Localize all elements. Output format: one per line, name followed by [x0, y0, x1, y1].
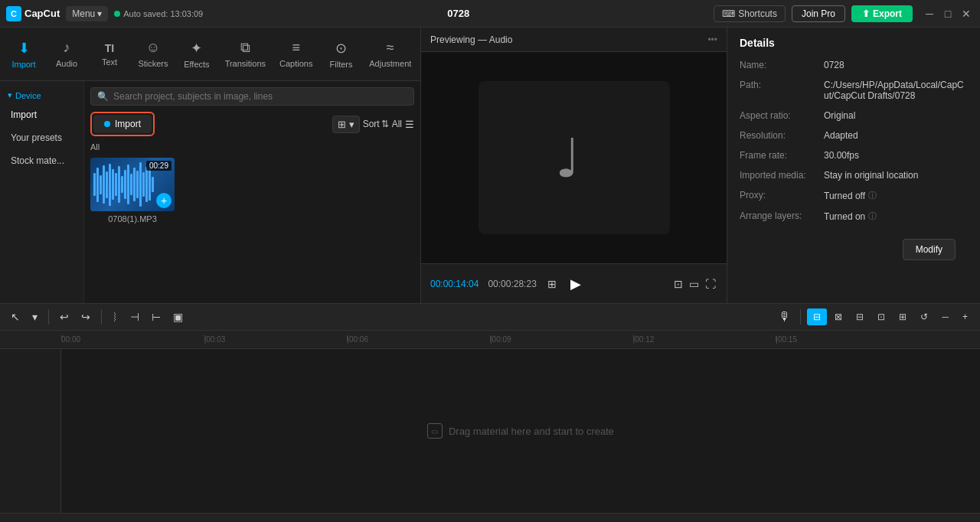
- detail-value-proxy: Turned off ⓘ: [824, 190, 968, 201]
- detail-row-resolution: Resolution: Adapted: [727, 126, 980, 145]
- minimize-button[interactable]: ─: [922, 6, 937, 21]
- maximize-button[interactable]: □: [940, 6, 956, 21]
- details-title: Details: [727, 28, 980, 55]
- fullscreen-button[interactable]: ⛶: [704, 276, 717, 292]
- detail-row-imported: Imported media: Stay in original locatio…: [727, 165, 980, 185]
- drag-hint: ▭ Drag material here and start to create: [427, 423, 614, 439]
- import-button[interactable]: Import: [93, 115, 152, 133]
- tab-stickers[interactable]: ☺ Stickers: [132, 35, 175, 73]
- toolbar: ↖ ▾ ↩ ↪ ⧘ ⊣ ⊢ ▣ 🎙 ⊟ ⊠ ⊟ ⊡ ⊞ ↺ ─ +: [0, 303, 980, 331]
- sidebar-item-import[interactable]: Import: [3, 104, 80, 126]
- drag-icon: ▭: [427, 423, 443, 439]
- link-tool[interactable]: ⊟: [850, 308, 870, 325]
- video-placeholder: ♩: [479, 81, 670, 234]
- close-button[interactable]: ✕: [959, 6, 974, 21]
- detail-row-framerate: Frame rate: 30.00fps: [727, 145, 980, 165]
- detail-row-path: Path: C:/Users/HP/AppData/Local/CapCut/C…: [727, 75, 980, 106]
- add-media-button[interactable]: +: [156, 193, 172, 208]
- tab-text[interactable]: TI Text: [89, 38, 130, 71]
- duration-badge: 00:29: [146, 161, 172, 171]
- undo-button[interactable]: ↩: [55, 308, 74, 326]
- all-filter-button[interactable]: All: [392, 119, 402, 129]
- minus-tool[interactable]: ─: [936, 308, 955, 325]
- filter-options-button[interactable]: ☰: [405, 119, 414, 130]
- export-icon: ⬆: [862, 8, 870, 19]
- current-time: 00:00:14:04: [430, 279, 479, 289]
- undo-right-tool[interactable]: ↺: [914, 308, 934, 325]
- transitions-icon: ⧉: [240, 40, 250, 56]
- list-item: 00:29 + 0708(1).MP3 ➘: [90, 158, 175, 300]
- search-input[interactable]: [113, 91, 407, 102]
- details-panel: Details Name: 0728 Path: C:/Users/HP/App…: [727, 28, 980, 303]
- grid-view-button[interactable]: ⊞: [546, 276, 558, 292]
- left-panel: ⬇ Import ♪ Audio TI Text ☺ Stickers ✦ Ef…: [0, 28, 421, 303]
- detail-value-imported: Stay in original location: [824, 170, 968, 181]
- tab-audio[interactable]: ♪ Audio: [46, 35, 87, 73]
- grid-view-toggle[interactable]: ⊞ ▾: [332, 116, 360, 133]
- detail-label-arrange: Arrange layers:: [740, 210, 824, 222]
- ripple-tool[interactable]: ⊠: [828, 308, 848, 325]
- export-button[interactable]: ⬆ Export: [851, 5, 913, 22]
- tab-captions[interactable]: ≡ Captions: [273, 35, 319, 73]
- magnet-tool[interactable]: ⊟: [807, 308, 827, 325]
- toolbar-separator-3: [800, 309, 801, 325]
- tab-adjustment[interactable]: ≈ Adjustment: [364, 35, 417, 73]
- detail-value-name: 0728: [824, 60, 968, 70]
- redo-button[interactable]: ↪: [77, 308, 95, 326]
- shortcuts-button[interactable]: ⌨ Shortcuts: [714, 5, 786, 22]
- play-button[interactable]: ▶: [567, 272, 584, 295]
- media-grid: 00:29 + 0708(1).MP3 ➘: [84, 155, 420, 303]
- content-area: 🔍 Import ⊞ ▾ Sort ⇅: [84, 81, 420, 303]
- modify-button[interactable]: Modify: [903, 239, 956, 260]
- preview-panel: Previewing — Audio ••• ♩ 00:00:14:04 00:…: [421, 28, 727, 303]
- record-button[interactable]: 🎙: [776, 307, 794, 327]
- crop-button[interactable]: ▭: [688, 276, 701, 292]
- search-bar: 🔍: [90, 87, 414, 106]
- detail-value-framerate: 30.00fps: [824, 150, 968, 161]
- arrange-info-icon[interactable]: ⓘ: [868, 210, 877, 222]
- select-tool[interactable]: ↖: [6, 308, 24, 326]
- auto-saved-dot: [114, 11, 120, 17]
- detail-value-aspect: Original: [824, 110, 968, 121]
- crop-tool[interactable]: ⊡: [871, 308, 891, 325]
- timeline-scrollbar[interactable]: [0, 513, 980, 522]
- proxy-info-icon[interactable]: ⓘ: [868, 190, 877, 201]
- delete-after-button[interactable]: ⊢: [147, 308, 165, 326]
- screenshot-button[interactable]: ⊡: [672, 276, 684, 292]
- sort-button[interactable]: Sort ⇅: [363, 119, 389, 129]
- logo: C CapCut: [6, 6, 60, 21]
- keyboard-icon: ⌨: [722, 8, 735, 19]
- preview-controls: 00:00:14:04 00:00:28:23 ⊞ ▶ ⊡ ▭ ⛶: [421, 263, 727, 303]
- sidebar-item-stock[interactable]: Stock mate...: [3, 150, 80, 171]
- split-button[interactable]: ⧘: [108, 308, 122, 326]
- detail-label-framerate: Frame rate:: [740, 150, 824, 161]
- sidebar-item-presets[interactable]: Your presets: [3, 127, 80, 148]
- menu-button[interactable]: Menu ▾: [66, 6, 108, 21]
- tab-effects[interactable]: ✦ Effects: [176, 35, 217, 73]
- preview-header: Previewing — Audio •••: [421, 28, 727, 52]
- sidebar-section-device: ▾ Device: [0, 87, 83, 103]
- tab-import[interactable]: ⬇ Import: [3, 35, 44, 73]
- detail-value-path: C:/Users/HP/AppData/Local/CapCut/CapCut …: [824, 80, 968, 101]
- capcut-logo-icon: C: [6, 6, 21, 21]
- tab-filters[interactable]: ⊙ Filters: [321, 35, 362, 73]
- plus-tool[interactable]: +: [956, 308, 974, 325]
- preview-menu-button[interactable]: •••: [707, 34, 717, 45]
- text-icon: TI: [105, 42, 114, 54]
- logo-text: CapCut: [24, 8, 60, 19]
- select-all-button[interactable]: ▣: [168, 308, 188, 326]
- delete-before-button[interactable]: ⊣: [126, 308, 144, 326]
- ruler-mark: |00:15: [776, 335, 919, 344]
- timeline-area: 00:00 |00:03 |00:06 |00:09 |00:12 |00:15…: [0, 331, 980, 522]
- filters-icon: ⊙: [335, 40, 347, 57]
- timeline-content: ▭ Drag material here and start to create: [0, 349, 980, 513]
- join-pro-button[interactable]: Join Pro: [792, 5, 845, 22]
- select-dropdown[interactable]: ▾: [28, 308, 42, 326]
- zoom-tool[interactable]: ⊞: [893, 308, 913, 325]
- all-label: All: [84, 142, 420, 155]
- timeline-tracks[interactable]: ▭ Drag material here and start to create: [61, 349, 980, 513]
- detail-row-proxy: Proxy: Turned off ⓘ: [727, 185, 980, 206]
- detail-label-path: Path:: [740, 80, 824, 101]
- tab-transitions[interactable]: ⧉ Transitions: [219, 35, 272, 73]
- media-thumbnail[interactable]: 00:29 +: [90, 158, 175, 211]
